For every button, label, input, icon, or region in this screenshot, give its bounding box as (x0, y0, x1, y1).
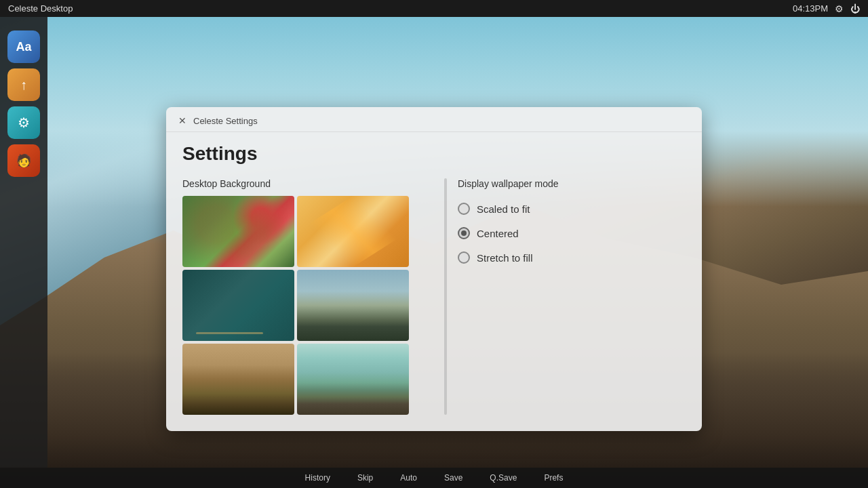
dialog-title: Celeste Settings (193, 116, 258, 126)
sidebar-item-gear[interactable]: ⚙ (7, 106, 40, 139)
wallpaper-grid (182, 196, 433, 415)
font-manager-label: Aa (16, 40, 31, 54)
wallpaper-thumb-teal[interactable] (182, 270, 294, 341)
radio-option-scaled[interactable]: Scaled to fit (458, 203, 686, 215)
dialog-content: Settings Desktop Background Display wall… (166, 132, 702, 431)
dialog-titlebar: ✕ Celeste Settings (166, 107, 702, 132)
menu-qsave[interactable]: Q.Save (490, 473, 517, 483)
wallpaper-thumb-brown[interactable] (182, 344, 294, 415)
radio-circle-stretch (458, 251, 470, 264)
wallpaper-section: Desktop Background (182, 178, 433, 415)
gear-icon: ⚙ (18, 115, 30, 131)
power-icon[interactable]: ⏻ (850, 3, 860, 14)
settings-heading: Settings (182, 143, 686, 165)
radio-label-stretch: Stretch to fill (477, 252, 533, 264)
character-icon: 🧑 (16, 153, 31, 168)
menu-auto[interactable]: Auto (400, 473, 417, 483)
sidebar-item-character[interactable]: 🧑 (7, 144, 40, 177)
taskbar-right: 04:13PM ⚙ ⏻ (793, 3, 860, 14)
sidebar-item-font-manager[interactable]: Aa (7, 30, 40, 63)
menu-skip[interactable]: Skip (357, 473, 373, 483)
radio-option-stretch[interactable]: Stretch to fill (458, 251, 686, 264)
menu-save[interactable]: Save (444, 473, 462, 483)
radio-circle-centered (458, 227, 470, 239)
wallpaper-thumb-geometric[interactable] (297, 196, 409, 267)
close-icon: ✕ (178, 115, 186, 126)
settings-dialog: ✕ Celeste Settings Settings Desktop Back… (166, 107, 702, 431)
sidebar-item-upload[interactable]: ↑ (7, 68, 40, 101)
wallpaper-thumb-mountain-lake[interactable] (297, 344, 409, 415)
menu-prefs[interactable]: Prefs (544, 473, 563, 483)
radio-label-centered: Centered (477, 228, 519, 239)
wallpaper-thumb-desert[interactable] (297, 270, 409, 341)
wallpaper-thumb-fruits[interactable] (182, 196, 294, 267)
clock: 04:13PM (793, 3, 828, 14)
panel-divider (444, 178, 447, 415)
radio-option-centered[interactable]: Centered (458, 227, 686, 239)
wallpaper-mode-label: Display wallpaper mode (458, 178, 686, 189)
settings-body: Desktop Background Display wallpaper mod… (182, 178, 686, 415)
upload-icon: ↑ (20, 77, 27, 93)
menu-history[interactable]: History (305, 473, 330, 483)
wallpaper-mode-section: Display wallpaper mode Scaled to fit Cen… (458, 178, 686, 415)
radio-label-scaled: Scaled to fit (477, 203, 530, 215)
radio-circle-scaled (458, 203, 470, 215)
sidebar-dock: Aa ↑ ⚙ 🧑 (0, 17, 47, 468)
settings-icon[interactable]: ⚙ (835, 3, 844, 14)
taskbar-bottom: History Skip Auto Save Q.Save Prefs (0, 468, 868, 488)
taskbar-top: Celeste Desktop 04:13PM ⚙ ⏻ (0, 0, 868, 17)
desktop-background-label: Desktop Background (182, 178, 433, 189)
dialog-close-button[interactable]: ✕ (177, 115, 188, 126)
app-title: Celeste Desktop (8, 3, 73, 14)
